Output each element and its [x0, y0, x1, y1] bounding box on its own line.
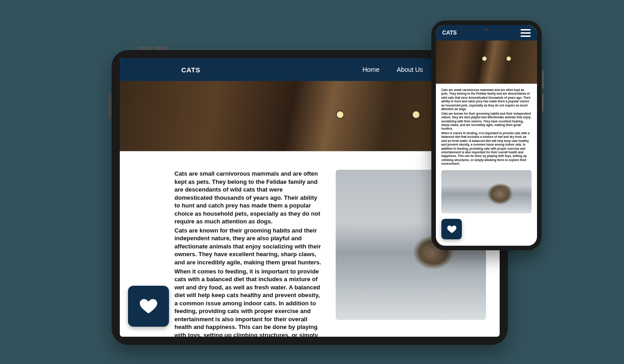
phone-hw-button: [542, 93, 544, 111]
phone-screen: CATS Cats are small carnivorous mammals …: [436, 25, 537, 246]
nav-about[interactable]: About Us: [397, 66, 423, 73]
paragraph-3: When it comes to feeding, it is importan…: [441, 131, 532, 166]
paragraph-1: Cats are small carnivorous mammals and a…: [174, 170, 322, 226]
paragraph-1: Cats are small carnivorous mammals and a…: [441, 88, 532, 111]
favorite-button[interactable]: [441, 219, 462, 239]
article-text: Cats are small carnivorous mammals and a…: [436, 84, 537, 170]
tablet-hw-button: [108, 93, 111, 118]
hamburger-icon: [521, 35, 531, 37]
heart-icon: [447, 224, 457, 234]
side-image: [441, 170, 532, 213]
paragraph-3: When it comes to feeding, it is importan…: [174, 268, 322, 337]
article-text: Cats are small carnivorous mammals and a…: [174, 170, 322, 337]
heart-icon: [139, 297, 158, 316]
phone-camera: [485, 28, 488, 31]
paragraph-2: Cats are known for their grooming habits…: [174, 227, 322, 267]
hero-image: [436, 40, 537, 84]
hamburger-icon: [521, 29, 531, 30]
paragraph-2: Cats are known for their grooming habits…: [441, 112, 532, 131]
nav-home[interactable]: Home: [363, 66, 379, 73]
site-logo[interactable]: CATS: [442, 30, 457, 36]
tablet-hw-button: [138, 47, 152, 50]
phone-device: CATS Cats are small carnivorous mammals …: [431, 20, 542, 250]
tablet-hw-button: [154, 47, 168, 50]
phone-hw-button: [542, 71, 544, 89]
site-logo[interactable]: CATS: [181, 66, 200, 74]
favorite-button[interactable]: [128, 286, 169, 327]
menu-button[interactable]: [521, 29, 531, 37]
hamburger-icon: [521, 32, 531, 34]
